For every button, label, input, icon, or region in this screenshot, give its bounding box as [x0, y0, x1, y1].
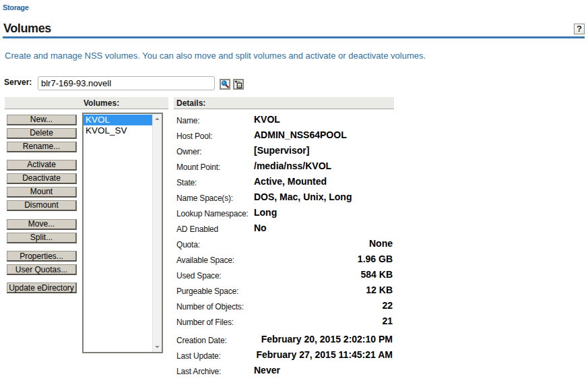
- volume-list-item-kvol[interactable]: KVOL: [84, 115, 152, 125]
- action-button-rename[interactable]: Rename...: [7, 142, 77, 152]
- action-button-user-quotas[interactable]: User Quotas...: [7, 264, 77, 275]
- detail-value: No: [254, 222, 267, 233]
- detail-value: Long: [254, 207, 277, 218]
- detail-value: [Supervisor]: [254, 145, 309, 156]
- scroll-down-icon[interactable]: [153, 345, 162, 349]
- detail-value: None: [369, 238, 393, 249]
- detail-value: Active, Mounted: [254, 176, 327, 187]
- object-history-icon: [234, 80, 242, 88]
- detail-label: Last Update:: [176, 351, 221, 361]
- scroll-up-icon[interactable]: [153, 117, 162, 121]
- detail-value: 21: [382, 316, 393, 326]
- volumes-listbox[interactable]: KVOLKVOL_SV: [82, 113, 163, 353]
- detail-label: Owner:: [176, 147, 201, 156]
- action-button-activate[interactable]: Activate: [7, 160, 77, 171]
- detail-label: Host Pool:: [176, 131, 212, 141]
- detail-value: 22: [382, 300, 393, 311]
- detail-value: KVOL: [254, 114, 280, 125]
- help-button[interactable]: ?: [574, 24, 585, 34]
- detail-label: Available Space:: [176, 256, 234, 265]
- detail-label: Mount Point:: [176, 162, 220, 172]
- detail-label: Used Space:: [176, 271, 222, 280]
- detail-value: ADMIN_NSS64POOL: [254, 129, 347, 140]
- detail-label: AD Enabled: [176, 225, 218, 234]
- page-title: Volumes: [3, 22, 51, 36]
- listbox-scrollbar[interactable]: [152, 114, 162, 352]
- detail-value: DOS, Mac, Unix, Long: [254, 191, 352, 202]
- detail-label: Lookup Namespace:: [176, 209, 249, 218]
- server-input[interactable]: [38, 76, 215, 90]
- detail-value: Never: [254, 365, 280, 376]
- action-button-split[interactable]: Split...: [7, 233, 77, 243]
- page-description: Create and manage NSS volumes. You can a…: [5, 51, 426, 61]
- action-button-move[interactable]: Move...: [7, 219, 77, 230]
- detail-value: February 20, 2015 2:02:10 PM: [261, 334, 393, 345]
- detail-label: Purgeable Space:: [176, 287, 238, 296]
- detail-label: Name Space(s):: [176, 194, 233, 203]
- action-button-deactivate[interactable]: Deactivate: [7, 173, 77, 184]
- volumes-column-header: Volumes:: [84, 98, 119, 108]
- detail-label: Last Archive:: [176, 367, 221, 376]
- details-header-strip: [174, 97, 394, 109]
- action-button-update-edirectory[interactable]: Update eDirectory: [7, 282, 77, 293]
- action-button-dismount[interactable]: Dismount: [7, 200, 77, 211]
- action-button-new[interactable]: New...: [7, 115, 77, 125]
- detail-value: 12 KB: [366, 285, 393, 295]
- detail-label: Number of Files:: [176, 318, 234, 327]
- detail-value: February 27, 2015 11:45:21 AM: [256, 349, 393, 360]
- object-history-button[interactable]: [233, 79, 244, 90]
- action-button-properties[interactable]: Properties...: [7, 251, 77, 262]
- detail-value: /media/nss/KVOL: [254, 160, 331, 171]
- magnifier-icon: [221, 80, 229, 88]
- detail-value: 584 KB: [361, 269, 393, 280]
- details-column-header: Details:: [176, 98, 205, 108]
- detail-value: 1.96 GB: [358, 254, 393, 264]
- server-label: Server:: [4, 78, 32, 87]
- title-rule: [3, 36, 585, 38]
- action-button-delete[interactable]: Delete: [7, 128, 77, 139]
- detail-label: Quota:: [176, 240, 200, 249]
- detail-label: Creation Date:: [176, 336, 227, 345]
- breadcrumb-storage-link[interactable]: Storage: [3, 3, 29, 11]
- detail-label: Number of Objects:: [176, 302, 244, 311]
- detail-label: State:: [176, 178, 197, 187]
- detail-label: Name:: [176, 116, 199, 125]
- volume-list-item-kvol_sv[interactable]: KVOL_SV: [84, 125, 152, 136]
- action-button-mount[interactable]: Mount: [7, 187, 77, 198]
- object-selector-button[interactable]: [220, 79, 230, 90]
